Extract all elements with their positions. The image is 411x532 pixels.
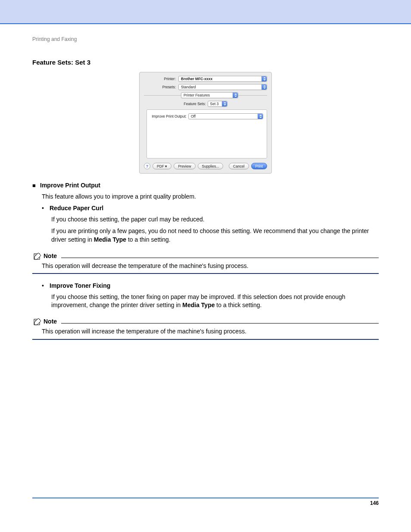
feature-sets-select[interactable]: Set 3 [208,101,227,107]
rpc-p2c: to a thin setting. [126,236,171,243]
bullet-icon: • [42,204,50,213]
select-arrows-icon [262,76,267,81]
rpc-heading: Reduce Paper Curl [50,205,103,212]
presets-select[interactable]: Standard [178,84,267,90]
ipo-heading: Improve Print Output [40,182,100,189]
pencil-note-icon [32,252,44,261]
note-block: Note This operation will decrease the te… [32,252,379,274]
ipo-value: Off [191,114,196,118]
bullet-icon: • [42,282,50,290]
note-text: This operation will increase the tempera… [42,327,379,336]
rpc-p2: If you are printing only a few pages, yo… [51,227,379,244]
print-button[interactable]: Print [251,163,267,169]
rpc-p2b: Media Type [94,236,126,243]
footer-rule [32,498,379,498]
square-bullet-icon: ■ [32,181,40,190]
printer-label: Printer: [144,77,178,81]
itf-heading: Improve Toner Fixing [50,282,110,289]
ipo-intro: This feature allows you to improve a pri… [42,193,379,201]
note-top-rule [61,323,379,324]
running-header: Printing and Faxing [32,36,379,42]
help-button[interactable]: ? [144,163,150,169]
page-number: 146 [32,500,379,506]
printer-select[interactable]: Brother MFC-xxxx [178,76,267,82]
select-arrows-icon [222,101,227,106]
pencil-note-icon [32,317,44,326]
feature-sets-label: Feature Sets: [184,102,206,106]
itf-p1c: to a thick setting. [215,302,262,308]
presets-label: Presets: [144,85,178,89]
printer-features-select[interactable]: Printer Features [181,92,238,98]
ipo-select[interactable]: Off [188,113,263,119]
itf-p1b: Media Type [182,302,215,308]
page-title: Feature Sets: Set 3 [32,59,379,66]
note-top-rule [61,258,379,258]
header-rule [0,23,411,24]
preview-button[interactable]: Preview [174,163,195,169]
top-header-bar [0,0,411,23]
note-text: This operation will decrease the tempera… [42,262,379,271]
rpc-p1: If you choose this setting, the paper cu… [51,215,379,224]
ipo-label: Improve Print Output: [150,114,188,118]
select-arrows-icon [258,114,263,119]
note-block: Note This operation will increase the te… [32,317,379,340]
pdf-button[interactable]: PDF ▾ [153,163,171,169]
printer-value: Brother MFC-xxxx [181,77,212,81]
note-bottom-rule [32,273,379,274]
supplies-button[interactable]: Supplies... [198,163,224,169]
select-arrows-icon [233,93,238,98]
options-frame: Improve Print Output: Off [146,109,267,159]
page-footer: 146 [0,498,411,506]
cancel-button[interactable]: Cancel [229,163,249,169]
note-bottom-rule [32,339,379,340]
print-dialog: Printer: Brother MFC-xxxx Presets: Stand… [139,72,272,174]
note-label: Note [44,317,57,326]
select-arrows-icon [262,84,267,90]
itf-p1: If you choose this setting, the toner fi… [51,293,379,310]
printer-features-value: Printer Features [184,93,210,97]
feature-sets-value: Set 3 [210,102,219,106]
presets-value: Standard [181,85,196,89]
note-label: Note [44,252,57,261]
